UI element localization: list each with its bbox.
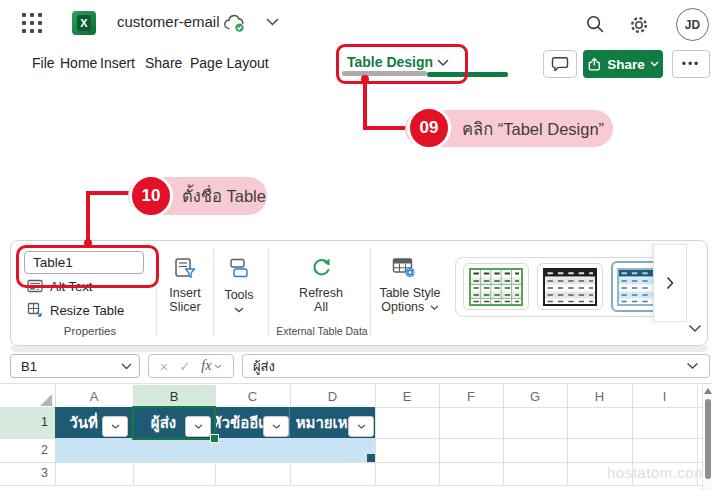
- row-3-label[interactable]: 3: [0, 462, 55, 485]
- menu-item-share[interactable]: Share: [145, 55, 182, 71]
- name-box[interactable]: B1: [10, 354, 140, 378]
- column-header-c[interactable]: C: [215, 385, 290, 407]
- refresh-all-icon: [309, 255, 333, 279]
- table-header-cell-c1[interactable]: หัวข้ออีเมล: [215, 407, 290, 438]
- select-all-corner[interactable]: [40, 394, 52, 406]
- filter-chevron-icon: [357, 424, 366, 429]
- selected-cell-border: [132, 406, 216, 440]
- table-style-thumb-blue-selected[interactable]: [611, 261, 659, 312]
- annotation09-dot: [361, 75, 369, 83]
- fill-handle[interactable]: [210, 434, 219, 443]
- search-icon[interactable]: [586, 15, 604, 33]
- table-header-cell-a1[interactable]: วันที่: [55, 407, 133, 438]
- ribbon-divider: [268, 248, 269, 336]
- tools-chevron-icon: [234, 307, 244, 313]
- annotation09-number-badge: 09: [407, 106, 451, 150]
- table-style-thumb-dark[interactable]: [537, 263, 603, 310]
- formula-value: ผู้ส่ง: [243, 356, 275, 377]
- app-launcher-icon[interactable]: [22, 13, 42, 33]
- menu-item-home[interactable]: Home: [60, 55, 97, 71]
- insert-slicer-icon: [174, 257, 196, 279]
- formula-bar-expand-chevron-icon[interactable]: [686, 362, 699, 370]
- resize-table-icon: [27, 302, 43, 318]
- avatar-initials: JD: [685, 18, 700, 32]
- ellipsis-icon: •••: [682, 57, 701, 71]
- properties-group-label: Properties: [20, 325, 160, 337]
- gridline-v: [375, 385, 376, 485]
- insert-function-icon[interactable]: fx: [201, 359, 211, 373]
- table-style-options-label-2: Options: [381, 300, 424, 314]
- formula-input[interactable]: ผู้ส่ง: [242, 354, 710, 378]
- excel-logo-icon[interactable]: X: [72, 11, 96, 35]
- row-1-label[interactable]: 1: [0, 407, 55, 438]
- table-header-cell-d1[interactable]: หมายเหตุ: [290, 407, 375, 438]
- tools-label: Tools: [224, 288, 253, 302]
- filter-button-a[interactable]: [102, 416, 128, 437]
- comment-bubble-icon: [551, 56, 569, 72]
- comments-button[interactable]: [543, 50, 577, 78]
- column-header-d[interactable]: D: [290, 385, 375, 407]
- cancel-icon[interactable]: ×: [160, 359, 169, 374]
- title-chevron-down-icon[interactable]: [266, 18, 279, 26]
- column-header-b[interactable]: B: [133, 385, 215, 407]
- more-options-button[interactable]: •••: [672, 50, 710, 78]
- gridline-v: [503, 385, 504, 485]
- column-header-f[interactable]: F: [439, 385, 503, 407]
- cloud-saved-icon[interactable]: [222, 14, 248, 34]
- fx-chevron-icon: [214, 364, 222, 369]
- annotation09-number: 09: [420, 118, 439, 138]
- filter-button-c[interactable]: [263, 416, 289, 437]
- annotation09-connector-horizontal: [363, 126, 410, 130]
- table-style-options-button[interactable]: Table Style Options: [377, 286, 443, 314]
- gallery-expand-chevron-icon: [666, 276, 674, 290]
- insert-slicer-label-2: Slicer: [169, 300, 200, 314]
- share-button[interactable]: Share: [583, 50, 663, 78]
- column-header-i[interactable]: I: [632, 385, 697, 407]
- enter-icon[interactable]: ✓: [179, 360, 190, 373]
- refresh-all-label-2: All: [314, 300, 328, 314]
- filter-button-d[interactable]: [348, 416, 374, 437]
- gridline-v: [439, 385, 440, 485]
- annotation10-connector-vertical: [86, 191, 90, 245]
- column-header-e[interactable]: E: [375, 385, 439, 407]
- resize-table-label: Resize Table: [50, 303, 124, 318]
- insert-slicer-label-1: Insert: [169, 286, 200, 300]
- watermark: hostatom.com: [607, 464, 707, 481]
- vertical-scrollbar[interactable]: [702, 385, 712, 490]
- filter-chevron-icon: [272, 424, 281, 429]
- table-style-options-chevron-icon: [430, 305, 439, 311]
- column-header-a[interactable]: A: [55, 385, 133, 407]
- formula-grid-separator: [0, 383, 712, 384]
- resize-table-button[interactable]: Resize Table: [27, 302, 124, 318]
- name-box-chevron-icon: [121, 363, 132, 370]
- table-style-thumb-green[interactable]: [463, 263, 529, 310]
- ribbon-divider: [370, 248, 371, 336]
- ribbon-collapse-chevron-icon[interactable]: [688, 324, 702, 333]
- share-button-label: Share: [607, 57, 645, 72]
- refresh-all-label-1: Refresh: [299, 286, 343, 300]
- gridline-h: [0, 462, 702, 463]
- formula-buttons-group: × ✓ fx: [148, 354, 234, 378]
- column-header-h[interactable]: H: [567, 385, 632, 407]
- share-chevron-icon: [650, 61, 659, 67]
- menu-item-insert[interactable]: Insert: [100, 55, 135, 71]
- menu-item-page-layout[interactable]: Page Layout: [190, 55, 269, 71]
- annotation09-connector-vertical: [363, 79, 367, 129]
- scrollbar-up-arrow[interactable]: [704, 388, 712, 394]
- column-header-g[interactable]: G: [503, 385, 567, 407]
- menu-item-file[interactable]: File: [32, 55, 55, 71]
- document-title[interactable]: customer-email: [117, 13, 220, 30]
- row-2-label[interactable]: 2: [0, 438, 55, 462]
- table-style-options-label-1: Table Style: [379, 286, 440, 300]
- table-resize-handle[interactable]: [367, 454, 375, 462]
- scrollbar-thumb[interactable]: [705, 399, 711, 479]
- gallery-expand-button[interactable]: [653, 244, 687, 322]
- filter-chevron-icon: [111, 424, 120, 429]
- avatar[interactable]: JD: [676, 8, 709, 41]
- settings-gear-icon[interactable]: [629, 15, 649, 35]
- tools-button[interactable]: Tools: [217, 288, 261, 302]
- annotation-box-table-design: [336, 44, 468, 84]
- refresh-all-button[interactable]: Refresh All: [293, 286, 349, 314]
- tools-icon: [228, 257, 250, 279]
- insert-slicer-button[interactable]: Insert Slicer: [160, 286, 210, 314]
